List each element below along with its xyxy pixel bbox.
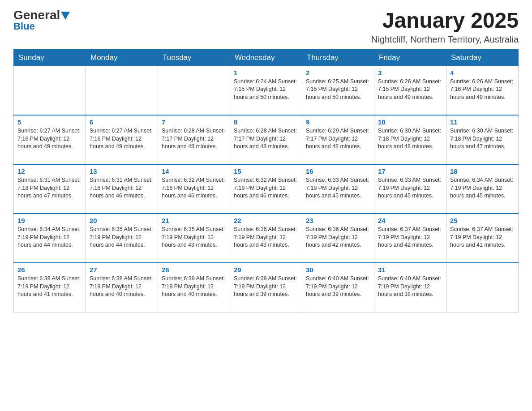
calendar-cell: 21Sunrise: 6:35 AM Sunset: 7:19 PM Dayli… bbox=[158, 214, 230, 263]
calendar-cell: 15Sunrise: 6:32 AM Sunset: 7:19 PM Dayli… bbox=[230, 164, 302, 214]
calendar-cell: 29Sunrise: 6:39 AM Sunset: 7:19 PM Dayli… bbox=[230, 263, 302, 312]
logo: General Blue bbox=[13, 9, 70, 31]
title-area: January 2025 Nightcliff, Northern Territ… bbox=[371, 9, 519, 45]
col-header-friday: Friday bbox=[374, 49, 446, 66]
logo-blue: Blue bbox=[13, 21, 35, 31]
day-info: Sunrise: 6:37 AM Sunset: 7:19 PM Dayligh… bbox=[450, 226, 515, 249]
calendar-cell: 10Sunrise: 6:30 AM Sunset: 7:18 PM Dayli… bbox=[374, 115, 446, 164]
day-number: 30 bbox=[306, 266, 370, 274]
day-info: Sunrise: 6:27 AM Sunset: 7:16 PM Dayligh… bbox=[17, 127, 82, 151]
day-info: Sunrise: 6:39 AM Sunset: 7:19 PM Dayligh… bbox=[234, 275, 298, 299]
day-number: 8 bbox=[234, 118, 298, 126]
day-number: 14 bbox=[162, 167, 226, 175]
calendar-cell: 8Sunrise: 6:28 AM Sunset: 7:17 PM Daylig… bbox=[230, 115, 302, 164]
day-number: 31 bbox=[378, 266, 442, 274]
day-info: Sunrise: 6:27 AM Sunset: 7:16 PM Dayligh… bbox=[90, 127, 154, 151]
day-info: Sunrise: 6:33 AM Sunset: 7:19 PM Dayligh… bbox=[378, 176, 442, 200]
day-info: Sunrise: 6:35 AM Sunset: 7:19 PM Dayligh… bbox=[162, 226, 226, 249]
day-number: 6 bbox=[90, 118, 154, 126]
day-info: Sunrise: 6:30 AM Sunset: 7:18 PM Dayligh… bbox=[450, 127, 515, 151]
calendar-cell bbox=[14, 66, 86, 115]
calendar-cell: 25Sunrise: 6:37 AM Sunset: 7:19 PM Dayli… bbox=[446, 214, 519, 263]
week-row-5: 26Sunrise: 6:38 AM Sunset: 7:19 PM Dayli… bbox=[14, 263, 519, 312]
calendar-cell: 17Sunrise: 6:33 AM Sunset: 7:19 PM Dayli… bbox=[374, 164, 446, 214]
day-number: 1 bbox=[234, 69, 298, 77]
day-number: 26 bbox=[17, 266, 82, 274]
calendar-cell: 20Sunrise: 6:35 AM Sunset: 7:19 PM Dayli… bbox=[86, 214, 158, 263]
calendar-cell: 3Sunrise: 6:26 AM Sunset: 7:15 PM Daylig… bbox=[374, 66, 446, 115]
day-number: 13 bbox=[90, 167, 154, 175]
day-info: Sunrise: 6:32 AM Sunset: 7:19 PM Dayligh… bbox=[234, 176, 298, 200]
logo-triangle-icon bbox=[61, 12, 70, 20]
col-header-sunday: Sunday bbox=[14, 49, 86, 66]
svg-marker-0 bbox=[61, 12, 70, 20]
day-number: 5 bbox=[17, 118, 82, 126]
day-info: Sunrise: 6:34 AM Sunset: 7:19 PM Dayligh… bbox=[450, 176, 515, 200]
calendar-cell bbox=[446, 263, 519, 312]
day-number: 20 bbox=[90, 217, 154, 224]
calendar-cell: 2Sunrise: 6:25 AM Sunset: 7:15 PM Daylig… bbox=[302, 66, 374, 115]
day-number: 2 bbox=[306, 69, 370, 77]
calendar-cell bbox=[158, 66, 230, 115]
logo-general: General bbox=[13, 9, 60, 21]
calendar-cell: 11Sunrise: 6:30 AM Sunset: 7:18 PM Dayli… bbox=[446, 115, 519, 164]
calendar-cell: 19Sunrise: 6:34 AM Sunset: 7:19 PM Dayli… bbox=[14, 214, 86, 263]
calendar-cell bbox=[86, 66, 158, 115]
day-info: Sunrise: 6:24 AM Sunset: 7:15 PM Dayligh… bbox=[234, 78, 298, 102]
calendar-cell: 28Sunrise: 6:39 AM Sunset: 7:19 PM Dayli… bbox=[158, 263, 230, 312]
day-info: Sunrise: 6:29 AM Sunset: 7:17 PM Dayligh… bbox=[306, 127, 370, 151]
day-info: Sunrise: 6:35 AM Sunset: 7:19 PM Dayligh… bbox=[90, 226, 154, 249]
calendar-cell: 14Sunrise: 6:32 AM Sunset: 7:18 PM Dayli… bbox=[158, 164, 230, 214]
calendar-cell: 16Sunrise: 6:33 AM Sunset: 7:19 PM Dayli… bbox=[302, 164, 374, 214]
calendar-cell: 22Sunrise: 6:36 AM Sunset: 7:19 PM Dayli… bbox=[230, 214, 302, 263]
col-header-wednesday: Wednesday bbox=[230, 49, 302, 66]
day-number: 11 bbox=[450, 118, 515, 126]
day-info: Sunrise: 6:37 AM Sunset: 7:19 PM Dayligh… bbox=[378, 226, 442, 249]
day-number: 12 bbox=[17, 167, 82, 175]
day-info: Sunrise: 6:28 AM Sunset: 7:17 PM Dayligh… bbox=[162, 127, 226, 151]
calendar-cell: 27Sunrise: 6:38 AM Sunset: 7:19 PM Dayli… bbox=[86, 263, 158, 312]
day-info: Sunrise: 6:30 AM Sunset: 7:18 PM Dayligh… bbox=[378, 127, 442, 151]
page-header: General Blue January 2025 Nightcliff, No… bbox=[13, 9, 519, 45]
calendar-cell: 30Sunrise: 6:40 AM Sunset: 7:19 PM Dayli… bbox=[302, 263, 374, 312]
day-info: Sunrise: 6:28 AM Sunset: 7:17 PM Dayligh… bbox=[234, 127, 298, 151]
day-info: Sunrise: 6:26 AM Sunset: 7:15 PM Dayligh… bbox=[378, 78, 442, 102]
day-number: 3 bbox=[378, 69, 442, 77]
day-number: 27 bbox=[90, 266, 154, 274]
day-number: 17 bbox=[378, 167, 442, 175]
day-info: Sunrise: 6:40 AM Sunset: 7:19 PM Dayligh… bbox=[306, 275, 370, 299]
calendar-cell: 6Sunrise: 6:27 AM Sunset: 7:16 PM Daylig… bbox=[86, 115, 158, 164]
calendar-cell: 12Sunrise: 6:31 AM Sunset: 7:18 PM Dayli… bbox=[14, 164, 86, 214]
day-info: Sunrise: 6:33 AM Sunset: 7:19 PM Dayligh… bbox=[306, 176, 370, 200]
calendar-cell: 5Sunrise: 6:27 AM Sunset: 7:16 PM Daylig… bbox=[14, 115, 86, 164]
calendar-cell: 31Sunrise: 6:40 AM Sunset: 7:19 PM Dayli… bbox=[374, 263, 446, 312]
day-info: Sunrise: 6:36 AM Sunset: 7:19 PM Dayligh… bbox=[234, 226, 298, 249]
day-info: Sunrise: 6:25 AM Sunset: 7:15 PM Dayligh… bbox=[306, 78, 370, 102]
day-number: 7 bbox=[162, 118, 226, 126]
col-header-monday: Monday bbox=[86, 49, 158, 66]
day-info: Sunrise: 6:40 AM Sunset: 7:19 PM Dayligh… bbox=[378, 275, 442, 299]
calendar-cell: 4Sunrise: 6:26 AM Sunset: 7:16 PM Daylig… bbox=[446, 66, 519, 115]
day-info: Sunrise: 6:38 AM Sunset: 7:19 PM Dayligh… bbox=[17, 275, 82, 299]
day-number: 28 bbox=[162, 266, 226, 274]
day-number: 22 bbox=[234, 217, 298, 224]
day-number: 9 bbox=[306, 118, 370, 126]
day-info: Sunrise: 6:38 AM Sunset: 7:19 PM Dayligh… bbox=[90, 275, 154, 299]
col-header-thursday: Thursday bbox=[302, 49, 374, 66]
day-number: 16 bbox=[306, 167, 370, 175]
day-number: 29 bbox=[234, 266, 298, 274]
calendar-cell: 24Sunrise: 6:37 AM Sunset: 7:19 PM Dayli… bbox=[374, 214, 446, 263]
header-row: SundayMondayTuesdayWednesdayThursdayFrid… bbox=[14, 49, 519, 66]
day-number: 15 bbox=[234, 167, 298, 175]
day-number: 18 bbox=[450, 167, 515, 175]
calendar-title: January 2025 bbox=[371, 9, 519, 33]
week-row-2: 5Sunrise: 6:27 AM Sunset: 7:16 PM Daylig… bbox=[14, 115, 519, 164]
day-number: 19 bbox=[17, 217, 82, 224]
calendar-cell: 26Sunrise: 6:38 AM Sunset: 7:19 PM Dayli… bbox=[14, 263, 86, 312]
day-number: 4 bbox=[450, 69, 515, 77]
calendar-subtitle: Nightcliff, Northern Territory, Australi… bbox=[371, 34, 519, 45]
calendar-cell: 13Sunrise: 6:31 AM Sunset: 7:18 PM Dayli… bbox=[86, 164, 158, 214]
day-number: 21 bbox=[162, 217, 226, 224]
day-info: Sunrise: 6:36 AM Sunset: 7:19 PM Dayligh… bbox=[306, 226, 370, 249]
day-info: Sunrise: 6:32 AM Sunset: 7:18 PM Dayligh… bbox=[162, 176, 226, 200]
